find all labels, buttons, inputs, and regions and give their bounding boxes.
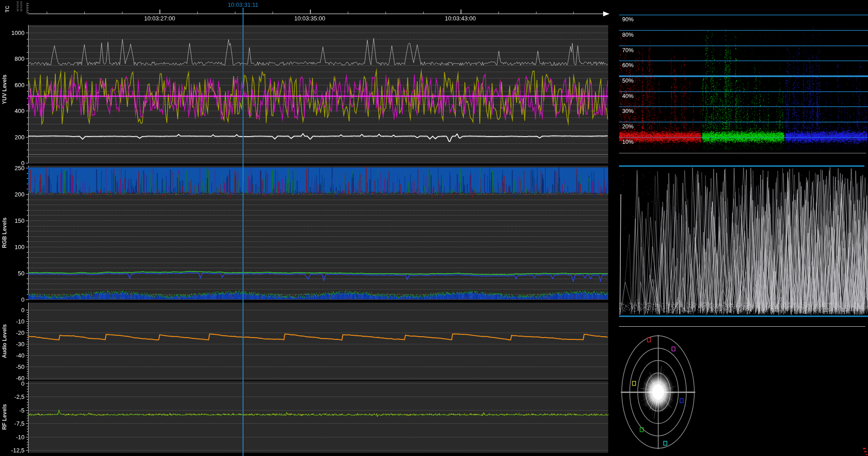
yuv-axis-title: YUV Levels [1, 74, 8, 104]
rf-tick-label: -5 [0, 407, 24, 414]
timeline-tick-label: 10:03:43:00 [445, 15, 476, 22]
timeline-tick-label: 10:03:27:00 [144, 15, 176, 22]
audio-tick-label: -50 [0, 363, 24, 370]
timeline-tick-label: 10:03:35:00 [294, 15, 326, 22]
audio-tick-label: -10 [0, 318, 24, 325]
audio-levels-chart-canvas[interactable] [0, 301, 612, 381]
app-root: TC 10:03:26 10:03:26 10:03:27:0010:03:35… [0, 0, 868, 456]
percent-tick-label: 40% [622, 93, 634, 99]
rgb-tick-label: 250 [0, 165, 24, 172]
luma-waveform-scope-canvas[interactable] [612, 158, 868, 329]
rgb-tick-label: 100 [0, 244, 24, 250]
audio-tick-label: -20 [0, 329, 24, 336]
percent-tick-label: 10% [622, 139, 634, 145]
yuv-levels-chart-canvas[interactable] [0, 24, 612, 165]
tc-mini-timecode: 10:03:26 [20, 1, 23, 11]
rf-tick-label: -10 [0, 434, 24, 441]
timeline-cursor-label: 10:03:31:11 [228, 1, 258, 8]
percent-tick-label: 60% [622, 62, 634, 69]
timeline-cursor-line[interactable] [243, 8, 244, 456]
rgb-percent-scope-canvas[interactable] [612, 0, 868, 158]
yuv-tick-label: 400 [0, 108, 24, 114]
rgb-tick-label: 200 [0, 191, 24, 198]
percent-tick-label: 90% [622, 16, 634, 23]
percent-tick-label: 30% [622, 108, 634, 114]
audio-tick-label: 0 [0, 307, 24, 314]
rgb-tick-label: 150 [0, 217, 24, 224]
audio-tick-label: -30 [0, 341, 24, 348]
rf-tick-label: 0 [0, 380, 24, 387]
tc-ruler-label: TC [5, 6, 10, 13]
rgb-tick-label: 0 [0, 296, 24, 303]
percent-tick-label: 70% [622, 47, 634, 54]
yuv-tick-label: 800 [0, 55, 24, 62]
tc-mini-timecode: 10:03:26 [16, 1, 19, 11]
rgb-levels-chart-canvas[interactable] [0, 165, 612, 301]
rgb-tick-label: 50 [0, 270, 24, 277]
yuv-tick-label: 1000 [0, 29, 24, 36]
yuv-tick-label: 600 [0, 82, 24, 88]
percent-tick-label: 20% [622, 123, 634, 130]
audio-tick-label: -40 [0, 352, 24, 359]
rf-tick-label: -7,5 [0, 420, 24, 427]
percent-tick-label: 50% [622, 78, 634, 84]
percent-tick-label: 80% [622, 32, 634, 38]
yuv-tick-label: 200 [0, 134, 24, 141]
rf-tick-label: -2,5 [0, 393, 24, 400]
rf-tick-label: -12,5 [0, 447, 24, 454]
rf-levels-chart-canvas[interactable] [0, 380, 612, 456]
vectorscope-canvas[interactable] [612, 329, 868, 456]
